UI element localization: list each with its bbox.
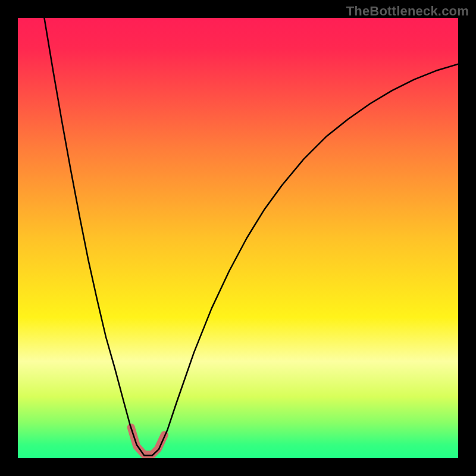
bottleneck-chart [18, 18, 458, 458]
watermark-text: TheBottleneck.com [346, 4, 469, 19]
chart-frame [18, 18, 458, 458]
